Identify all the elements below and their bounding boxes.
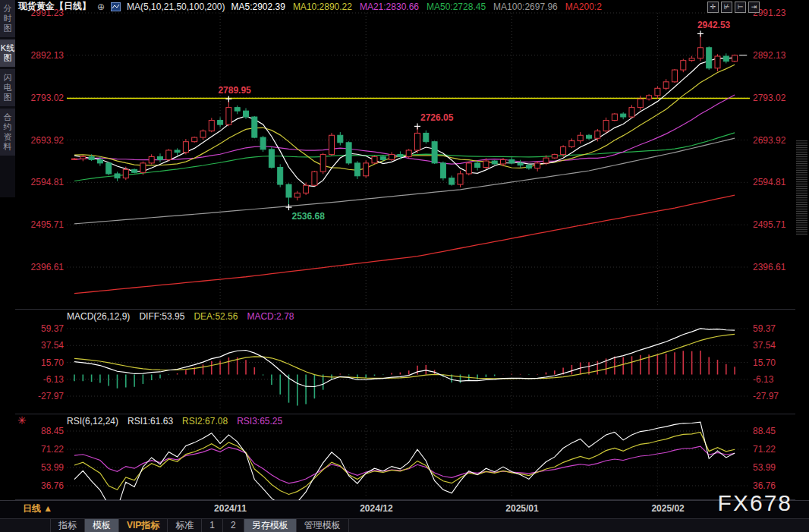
ma100-line — [74, 138, 735, 224]
price-axis-label: 2594.81 — [15, 177, 64, 187]
shift-right-icon[interactable]: ⇥ — [748, 2, 760, 13]
price-axis-label: 2793.02 — [15, 93, 64, 103]
toolbar-item-1[interactable]: 模板 — [85, 519, 119, 532]
move-icon[interactable]: ✛ — [707, 2, 719, 13]
rsi1-line — [74, 422, 735, 508]
period-selector[interactable]: 日线 ▲ — [23, 502, 52, 515]
macd-panel-title: MACD(26,12,9) DIFF:53.95 DEA:52.56 MACD:… — [67, 311, 294, 322]
price-axis-label: 2892.13 — [753, 50, 807, 61]
chart-type-icon[interactable] — [111, 2, 121, 11]
toolbar-item-6[interactable]: 另存模板 — [244, 519, 297, 532]
rsi-axis-label: 36.76 — [753, 480, 807, 491]
watermark: FX678 — [718, 490, 792, 516]
toolbar-item-3[interactable]: 标准 — [168, 519, 202, 532]
rsi3-value: RSI3:65.25 — [237, 416, 282, 427]
ma-value-label: MA10:2890.22 — [293, 2, 352, 12]
ma-params-label: MA(5,10,21,50,100,200) — [127, 2, 225, 12]
macd-axis-label: 59.37 — [15, 323, 64, 334]
dea-line — [74, 334, 735, 379]
ma-value-label: MA50:2728.45 — [427, 2, 486, 12]
compare-plus-icon[interactable]: ⊕ — [97, 2, 105, 12]
candles-layer — [72, 30, 738, 210]
rsi-panel-title: RSI(6,12,24) RSI1:61.63 RSI2:67.08 RSI3:… — [67, 416, 282, 427]
price-axis-label: 2693.92 — [15, 135, 64, 146]
ma-value-label: MA5:2902.39 — [231, 2, 285, 12]
toolbar-item-5[interactable]: 2 — [223, 519, 244, 532]
chart-canvas[interactable] — [0, 0, 809, 532]
ma-value-label: MA100:2697.96 — [493, 2, 558, 12]
instrument-title: 现货黄金【日线】 — [18, 0, 91, 13]
toolbar-item-7[interactable]: 管理模板 — [297, 519, 349, 532]
macd-axis-label: 59.37 — [753, 323, 807, 334]
indicator-settings-icon[interactable]: ✳ — [17, 415, 27, 426]
price-axis-label: 2793.02 — [753, 93, 807, 103]
macd-axis-label: -27.97 — [15, 391, 64, 401]
date-axis — [0, 500, 809, 519]
bottom-toolbar: 指标模板VIP指标标准12另存模板管理模板 — [0, 518, 809, 532]
macd-diff-value: DIFF:53.95 — [139, 311, 184, 322]
price-axis-label: 2396.61 — [15, 262, 64, 272]
window-tools: ✛⊬⊢⇥ — [707, 2, 760, 13]
macd-axis-label: 37.54 — [15, 340, 64, 351]
price-annotation: 2789.95 — [218, 85, 250, 96]
rsi-axis-label: 88.45 — [753, 426, 807, 436]
ma5-line — [74, 58, 735, 186]
period-arrow-icon: ▲ — [43, 503, 52, 514]
price-axis-label: 2991.23 — [753, 8, 807, 18]
price-axis-label: 2594.81 — [753, 177, 807, 187]
date-tick-label: 2024/12 — [360, 503, 392, 514]
macd-axis-label: 37.54 — [753, 340, 807, 351]
price-axis-label: 2495.71 — [15, 219, 64, 230]
macd-layer — [74, 351, 735, 405]
price-axis-label: 2396.61 — [753, 262, 807, 272]
ma-value-label: MA21:2830.66 — [360, 2, 419, 12]
rsi-axis-label: 88.45 — [15, 426, 64, 436]
period-label: 日线 — [23, 503, 41, 514]
rsi-axis-label: 53.99 — [753, 462, 807, 473]
rsi-axis-label: 36.76 — [15, 480, 64, 491]
fit-right-icon[interactable]: ⊢ — [735, 2, 746, 13]
date-tick-label: 2024/11 — [214, 503, 247, 514]
price-annotation: 2726.05 — [420, 112, 453, 123]
macd-axis-label: -6.13 — [15, 374, 64, 385]
rsi2-line — [74, 432, 735, 494]
chart-header: 现货黄金【日线】 ⊕ MA(5,10,21,50,100,200) MA5:29… — [18, 1, 609, 12]
ma-values: MA5:2902.39MA10:2890.22MA21:2830.66MA50:… — [231, 2, 609, 12]
rsi-axis-label: 71.22 — [753, 444, 807, 455]
rsi3-line — [74, 446, 735, 483]
rsi-axis-label: 53.99 — [15, 462, 64, 473]
ma21-line — [74, 95, 735, 164]
macd-dea-value: DEA:52.56 — [194, 311, 238, 322]
trading-terminal: 分时图K线图闪电图合约资料 现货黄金【日线】 ⊕ MA(5,10,21,50,1… — [0, 0, 809, 532]
toolbar-item-4[interactable]: 1 — [202, 519, 223, 532]
macd-axis-label: -27.97 — [753, 391, 807, 401]
price-annotation: 2942.53 — [697, 20, 730, 30]
fit-left-icon[interactable]: ⊬ — [721, 2, 732, 13]
macd-axis-label: 15.70 — [753, 357, 807, 368]
rsi1-value: RSI1:61.63 — [127, 416, 173, 427]
price-axis-label: 2495.71 — [753, 219, 807, 230]
date-tick-label: 2025/01 — [505, 503, 538, 514]
rsi2-value: RSI2:67.08 — [182, 416, 228, 427]
macd-axis-label: -6.13 — [753, 374, 807, 385]
rsi-axis-label: 71.22 — [15, 444, 64, 455]
macd-params-label: MACD(26,12,9) — [67, 311, 130, 322]
price-axis-label: 2693.92 — [753, 135, 807, 146]
rsi-params-label: RSI(6,12,24) — [67, 416, 118, 427]
toolbar-item-0[interactable]: 指标 — [50, 519, 85, 532]
ma200-line — [74, 195, 735, 294]
ma10-line — [74, 65, 735, 170]
macd-axis-label: 15.70 — [15, 357, 64, 368]
price-annotation: 2536.68 — [292, 211, 325, 222]
date-tick-label: 2025/02 — [651, 503, 684, 514]
toolbar-item-2[interactable]: VIP指标 — [119, 519, 168, 532]
macd-macd-value: MACD:2.78 — [247, 311, 294, 322]
price-axis-label: 2892.13 — [15, 50, 64, 61]
ma-value-label: MA200:2 — [565, 2, 602, 12]
